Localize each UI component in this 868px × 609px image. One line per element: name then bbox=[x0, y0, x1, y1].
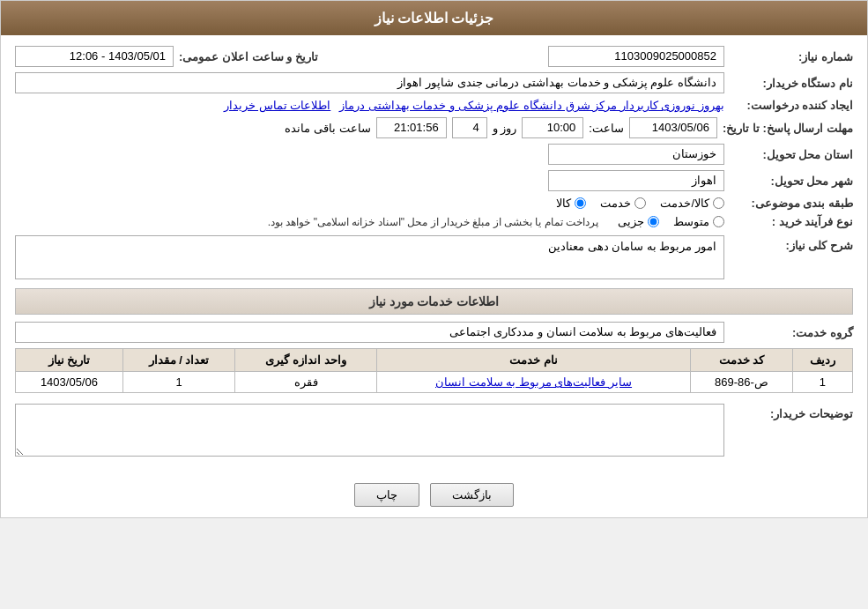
table-row: 1ص-86-869سایر فعالیت‌های مربوط به سلامت … bbox=[16, 372, 853, 393]
category-kala-item[interactable]: کالا bbox=[556, 197, 586, 210]
city-label: شهر محل تحویل: bbox=[730, 175, 853, 188]
creator-label: ایجاد کننده درخواست: bbox=[730, 99, 853, 112]
process-jozi-item[interactable]: جزیی bbox=[618, 215, 659, 228]
org-name-label: نام دستگاه خریدار: bbox=[730, 77, 853, 90]
category-label: طبقه بندی موضوعی: bbox=[730, 197, 853, 210]
category-kala-radio[interactable] bbox=[575, 197, 586, 209]
services-table: ردیف کد خدمت نام خدمت واحد اندازه گیری ت… bbox=[15, 348, 853, 393]
process-motavaset-item[interactable]: متوسط bbox=[673, 215, 724, 228]
province-value: خوزستان bbox=[548, 144, 724, 165]
deadline-remaining: 21:01:56 bbox=[376, 117, 447, 138]
category-kala-khedmat-item[interactable]: کالا/خدمت bbox=[660, 197, 724, 210]
col-header-unit: واحد اندازه گیری bbox=[235, 349, 377, 372]
services-section-header: اطلاعات خدمات مورد نیاز bbox=[15, 288, 853, 315]
date-label: تاریخ و ساعت اعلان عمومی: bbox=[179, 50, 318, 63]
print-button[interactable]: چاپ bbox=[354, 483, 419, 507]
need-number-value: 1103009025000852 bbox=[548, 46, 724, 67]
org-name-value: دانشگاه علوم پزشکی و خدمات بهداشتی درمان… bbox=[15, 72, 724, 93]
col-header-name: نام خدمت bbox=[376, 349, 690, 372]
process-label: نوع فرآیند خرید : bbox=[730, 215, 853, 228]
deadline-label: مهلت ارسال پاسخ: تا تاریخ: bbox=[723, 122, 853, 135]
page-title: جزئیات اطلاعات نیاز bbox=[375, 11, 494, 26]
cell-qty: 1 bbox=[122, 372, 234, 393]
city-value: اهواز bbox=[548, 170, 724, 191]
description-label: شرح کلی نیاز: bbox=[730, 235, 853, 252]
date-value: 1403/05/01 - 12:06 bbox=[15, 46, 174, 67]
buttons-row: بازگشت چاپ bbox=[1, 483, 867, 507]
category-khedmat-radio[interactable] bbox=[634, 197, 646, 209]
deadline-days-label: روز و bbox=[493, 122, 517, 135]
process-jozi-label: جزیی bbox=[618, 215, 644, 228]
cell-unit: فقره bbox=[235, 372, 377, 393]
page-header: جزئیات اطلاعات نیاز bbox=[1, 1, 867, 35]
deadline-date: 1403/05/06 bbox=[629, 117, 717, 138]
buyer-desc-label: توضیحات خریدار: bbox=[730, 404, 853, 420]
category-kala-label: کالا bbox=[556, 197, 571, 210]
col-header-qty: تعداد / مقدار bbox=[122, 349, 234, 372]
service-group-value: فعالیت‌های مربوط به سلامت انسان و مددکار… bbox=[15, 322, 724, 343]
service-group-label: گروه خدمت: bbox=[730, 326, 853, 339]
category-kala-khedmat-label: کالا/خدمت bbox=[660, 197, 709, 210]
deadline-time: 10:00 bbox=[522, 117, 583, 138]
process-jozi-radio[interactable] bbox=[648, 216, 659, 227]
col-header-code: کد خدمت bbox=[691, 349, 793, 372]
province-label: استان محل تحویل: bbox=[730, 148, 853, 161]
process-radio-group: متوسط جزیی bbox=[618, 215, 724, 228]
back-button[interactable]: بازگشت bbox=[430, 483, 514, 507]
cell-date: 1403/05/06 bbox=[16, 372, 123, 393]
category-khedmat-label: خدمت bbox=[600, 197, 631, 210]
process-note: پرداخت تمام یا بخشی از مبلغ خریدار از مح… bbox=[268, 216, 598, 228]
description-value: امور مربوط به سامان دهی معنادین bbox=[15, 235, 724, 279]
process-motavaset-label: متوسط bbox=[673, 215, 709, 228]
category-radio-group: کالا/خدمت خدمت کالا bbox=[556, 197, 724, 210]
deadline-remaining-label: ساعت باقی مانده bbox=[285, 122, 370, 135]
deadline-days: 4 bbox=[452, 117, 487, 138]
cell-name[interactable]: سایر فعالیت‌های مربوط به سلامت انسان bbox=[376, 372, 690, 393]
col-header-row: ردیف bbox=[792, 349, 852, 372]
creator-value[interactable]: بهروز نوروزی کاربردار مرکز شرق دانشگاه ع… bbox=[339, 99, 724, 112]
process-motavaset-radio[interactable] bbox=[713, 216, 724, 227]
category-khedmat-item[interactable]: خدمت bbox=[600, 197, 646, 210]
services-table-container: ردیف کد خدمت نام خدمت واحد اندازه گیری ت… bbox=[15, 348, 853, 393]
creator-link[interactable]: اطلاعات تماس خریدار bbox=[224, 99, 330, 112]
cell-row-num: 1 bbox=[792, 372, 852, 393]
need-number-label: شماره نیاز: bbox=[730, 50, 853, 63]
col-header-date: تاریخ نیاز bbox=[16, 349, 123, 372]
category-kala-khedmat-radio[interactable] bbox=[713, 197, 724, 209]
buyer-desc-textarea[interactable] bbox=[15, 404, 724, 457]
cell-code: ص-86-869 bbox=[691, 372, 793, 393]
deadline-time-label: ساعت: bbox=[589, 122, 624, 135]
